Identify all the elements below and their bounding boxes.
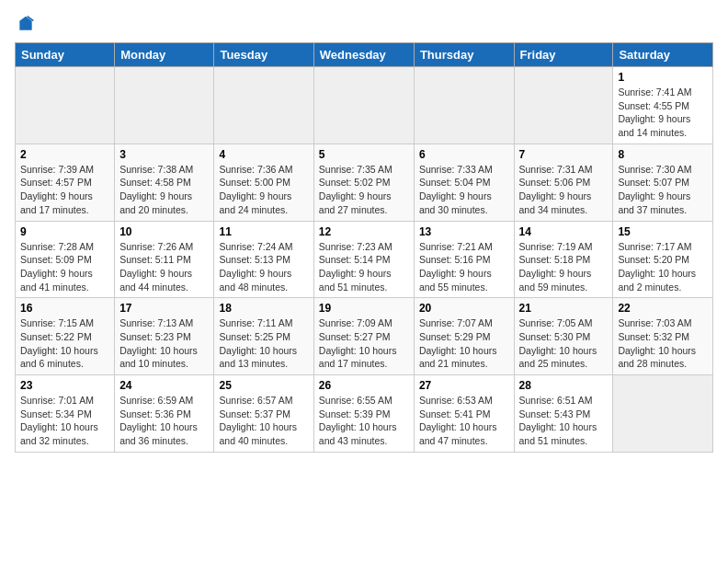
calendar-week-2: 2Sunrise: 7:39 AMSunset: 4:57 PMDaylight… (16, 144, 713, 221)
day-number: 10 (119, 225, 209, 238)
day-number: 15 (618, 225, 708, 238)
calendar-cell: 12Sunrise: 7:23 AMSunset: 5:14 PMDayligh… (313, 221, 414, 298)
calendar-cell: 26Sunrise: 6:55 AMSunset: 5:39 PMDayligh… (313, 375, 414, 453)
day-info: Sunrise: 7:41 AMSunset: 4:55 PMDaylight:… (618, 86, 708, 140)
weekday-header-thursday: Thursday (414, 43, 514, 67)
page-header (15, 15, 713, 33)
day-info: Sunrise: 7:19 AMSunset: 5:18 PMDaylight:… (519, 240, 609, 294)
day-info: Sunrise: 7:11 AMSunset: 5:25 PMDaylight:… (219, 316, 308, 371)
day-info: Sunrise: 7:15 AMSunset: 5:22 PMDaylight:… (20, 316, 109, 371)
calendar-cell: 11Sunrise: 7:24 AMSunset: 5:13 PMDayligh… (214, 221, 313, 298)
calendar-week-1: 1Sunrise: 7:41 AMSunset: 4:55 PMDaylight… (16, 67, 713, 144)
day-info: Sunrise: 7:33 AMSunset: 5:04 PMDaylight:… (419, 163, 509, 217)
day-info: Sunrise: 6:59 AMSunset: 5:36 PMDaylight:… (119, 394, 209, 448)
calendar-cell: 13Sunrise: 7:21 AMSunset: 5:16 PMDayligh… (414, 221, 514, 298)
logo-icon (17, 15, 35, 33)
day-number: 28 (519, 379, 609, 392)
calendar-cell: 2Sunrise: 7:39 AMSunset: 4:57 PMDaylight… (16, 144, 115, 221)
calendar-cell: 3Sunrise: 7:38 AMSunset: 4:58 PMDaylight… (115, 144, 214, 221)
calendar-cell: 1Sunrise: 7:41 AMSunset: 4:55 PMDaylight… (613, 67, 713, 144)
day-number: 8 (618, 148, 708, 161)
day-number: 20 (419, 302, 509, 315)
weekday-header-sunday: Sunday (16, 43, 115, 67)
calendar-week-4: 16Sunrise: 7:15 AMSunset: 5:22 PMDayligh… (16, 298, 713, 375)
weekday-header-monday: Monday (115, 43, 214, 67)
weekday-header-row: SundayMondayTuesdayWednesdayThursdayFrid… (16, 43, 713, 67)
day-number: 6 (419, 148, 509, 161)
day-info: Sunrise: 7:01 AMSunset: 5:34 PMDaylight:… (20, 394, 109, 448)
calendar-cell (115, 67, 214, 144)
day-number: 11 (219, 225, 308, 238)
calendar-cell: 8Sunrise: 7:30 AMSunset: 5:07 PMDaylight… (613, 144, 713, 221)
day-number: 22 (618, 302, 708, 315)
calendar-cell: 28Sunrise: 6:51 AMSunset: 5:43 PMDayligh… (514, 375, 613, 453)
day-number: 18 (219, 302, 308, 315)
day-info: Sunrise: 7:35 AMSunset: 5:02 PMDaylight:… (319, 163, 409, 217)
calendar-table: SundayMondayTuesdayWednesdayThursdayFrid… (15, 42, 713, 453)
day-info: Sunrise: 7:07 AMSunset: 5:29 PMDaylight:… (419, 316, 509, 371)
calendar-cell (514, 67, 613, 144)
calendar-cell: 20Sunrise: 7:07 AMSunset: 5:29 PMDayligh… (414, 298, 514, 375)
day-number: 24 (119, 379, 209, 392)
day-info: Sunrise: 7:23 AMSunset: 5:14 PMDaylight:… (319, 240, 409, 294)
calendar-cell: 24Sunrise: 6:59 AMSunset: 5:36 PMDayligh… (115, 375, 214, 453)
calendar-cell: 14Sunrise: 7:19 AMSunset: 5:18 PMDayligh… (514, 221, 613, 298)
day-number: 2 (20, 148, 109, 161)
day-info: Sunrise: 6:51 AMSunset: 5:43 PMDaylight:… (519, 394, 609, 448)
calendar-cell: 5Sunrise: 7:35 AMSunset: 5:02 PMDaylight… (313, 144, 414, 221)
day-info: Sunrise: 7:13 AMSunset: 5:23 PMDaylight:… (119, 316, 209, 371)
calendar-cell: 25Sunrise: 6:57 AMSunset: 5:37 PMDayligh… (214, 375, 313, 453)
calendar-cell: 9Sunrise: 7:28 AMSunset: 5:09 PMDaylight… (16, 221, 115, 298)
day-info: Sunrise: 7:30 AMSunset: 5:07 PMDaylight:… (618, 163, 708, 217)
calendar-cell: 23Sunrise: 7:01 AMSunset: 5:34 PMDayligh… (16, 375, 115, 453)
day-info: Sunrise: 7:38 AMSunset: 4:58 PMDaylight:… (119, 163, 209, 217)
day-info: Sunrise: 7:31 AMSunset: 5:06 PMDaylight:… (519, 163, 609, 217)
day-info: Sunrise: 7:21 AMSunset: 5:16 PMDaylight:… (419, 240, 509, 294)
day-number: 16 (20, 302, 109, 315)
calendar-week-3: 9Sunrise: 7:28 AMSunset: 5:09 PMDaylight… (16, 221, 713, 298)
calendar-cell: 6Sunrise: 7:33 AMSunset: 5:04 PMDaylight… (414, 144, 514, 221)
day-number: 13 (419, 225, 509, 238)
day-number: 14 (519, 225, 609, 238)
day-number: 9 (20, 225, 109, 238)
calendar-cell: 19Sunrise: 7:09 AMSunset: 5:27 PMDayligh… (313, 298, 414, 375)
weekday-header-tuesday: Tuesday (214, 43, 313, 67)
calendar-cell: 17Sunrise: 7:13 AMSunset: 5:23 PMDayligh… (115, 298, 214, 375)
calendar-cell: 18Sunrise: 7:11 AMSunset: 5:25 PMDayligh… (214, 298, 313, 375)
day-info: Sunrise: 6:55 AMSunset: 5:39 PMDaylight:… (319, 394, 409, 448)
day-info: Sunrise: 7:05 AMSunset: 5:30 PMDaylight:… (519, 316, 609, 371)
weekday-header-saturday: Saturday (613, 43, 713, 67)
weekday-header-friday: Friday (514, 43, 613, 67)
day-number: 7 (519, 148, 609, 161)
calendar-cell: 7Sunrise: 7:31 AMSunset: 5:06 PMDaylight… (514, 144, 613, 221)
calendar-cell (16, 67, 115, 144)
calendar-cell: 16Sunrise: 7:15 AMSunset: 5:22 PMDayligh… (16, 298, 115, 375)
logo (15, 15, 35, 33)
weekday-header-wednesday: Wednesday (313, 43, 414, 67)
day-info: Sunrise: 7:17 AMSunset: 5:20 PMDaylight:… (618, 240, 708, 294)
calendar-cell (414, 67, 514, 144)
day-number: 12 (319, 225, 409, 238)
day-info: Sunrise: 7:36 AMSunset: 5:00 PMDaylight:… (219, 163, 308, 217)
day-number: 5 (319, 148, 409, 161)
calendar-cell (214, 67, 313, 144)
day-info: Sunrise: 7:24 AMSunset: 5:13 PMDaylight:… (219, 240, 308, 294)
day-number: 19 (319, 302, 409, 315)
day-info: Sunrise: 6:53 AMSunset: 5:41 PMDaylight:… (419, 394, 509, 448)
calendar-cell: 22Sunrise: 7:03 AMSunset: 5:32 PMDayligh… (613, 298, 713, 375)
day-number: 26 (319, 379, 409, 392)
calendar-cell: 27Sunrise: 6:53 AMSunset: 5:41 PMDayligh… (414, 375, 514, 453)
calendar-cell (613, 375, 713, 453)
day-number: 27 (419, 379, 509, 392)
calendar-cell: 21Sunrise: 7:05 AMSunset: 5:30 PMDayligh… (514, 298, 613, 375)
day-number: 17 (119, 302, 209, 315)
day-info: Sunrise: 6:57 AMSunset: 5:37 PMDaylight:… (219, 394, 308, 448)
day-number: 21 (519, 302, 609, 315)
day-number: 4 (219, 148, 308, 161)
day-info: Sunrise: 7:03 AMSunset: 5:32 PMDaylight:… (618, 316, 708, 371)
day-number: 1 (618, 71, 708, 84)
day-number: 25 (219, 379, 308, 392)
day-info: Sunrise: 7:39 AMSunset: 4:57 PMDaylight:… (20, 163, 109, 217)
day-info: Sunrise: 7:28 AMSunset: 5:09 PMDaylight:… (20, 240, 109, 294)
calendar-cell (313, 67, 414, 144)
